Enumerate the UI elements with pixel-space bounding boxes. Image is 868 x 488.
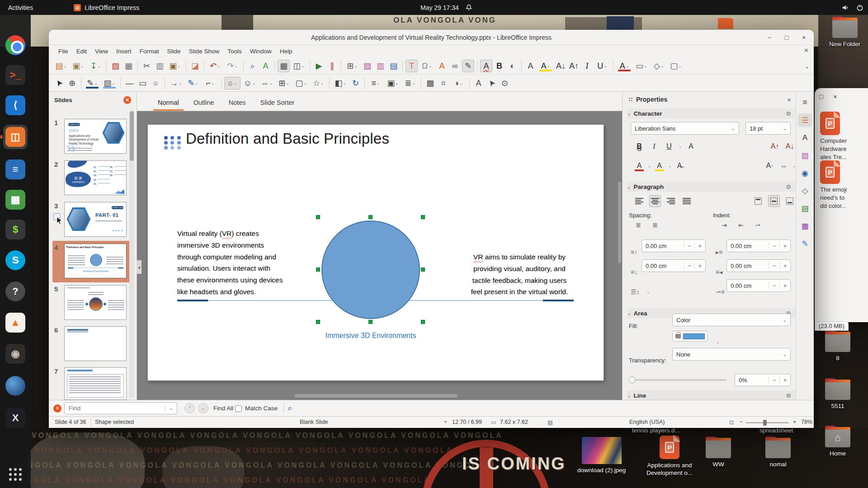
- cut[interactable]: ✂: [141, 60, 153, 72]
- dropdown-arrow-icon[interactable]: ⌄: [660, 64, 664, 68]
- menu-item[interactable]: Edit: [72, 46, 91, 56]
- decrement-button[interactable]: −: [684, 262, 694, 269]
- dropdown-arrow-icon[interactable]: ⌄: [395, 81, 399, 85]
- image-filter[interactable]: ◑ ⌄: [450, 77, 467, 89]
- auto-spellcheck[interactable]: A: [480, 60, 492, 72]
- match-case-checkbox[interactable]: [235, 405, 242, 412]
- dock-skype[interactable]: S: [3, 248, 28, 272]
- slide-thumbnail-4-selected[interactable]: 4 Definition and Basic Principles Immers…: [64, 244, 127, 278]
- selection-handle-bottom-left[interactable]: [316, 320, 320, 324]
- dropdown-arrow-icon[interactable]: ⌄: [234, 64, 238, 68]
- slide-thumbnail-3[interactable]: 3 YOUR LOGO PART- 01 ◀ ◀ ◀ ◀: [64, 202, 127, 237]
- section-settings-icon[interactable]: ⚙: [786, 110, 791, 117]
- fill-color-dropdown-icon[interactable]: ⌄: [716, 340, 720, 344]
- maximize-button[interactable]: □: [781, 32, 792, 43]
- dropdown-arrow-icon[interactable]: ⌄: [303, 81, 307, 85]
- shadow[interactable]: ▩: [424, 77, 436, 89]
- menu-item[interactable]: Window: [246, 46, 276, 56]
- set-spacing-button[interactable]: ⇔: [778, 160, 789, 172]
- find-replace[interactable]: ⌕: [246, 60, 259, 72]
- character-shadow[interactable]: ◐: [506, 60, 519, 72]
- paragraph-spacing-above-icon[interactable]: ≣: [632, 219, 644, 231]
- circle-caption[interactable]: Immersive 3D Environments: [316, 332, 425, 340]
- desktop-icon-ww[interactable]: WW: [706, 439, 731, 469]
- menu-item[interactable]: File: [54, 46, 72, 56]
- dropdown-arrow-icon[interactable]: ⌄: [321, 81, 324, 85]
- align-left-button[interactable]: [633, 195, 645, 207]
- new-presentation[interactable]: ▤ ⌄: [53, 60, 69, 72]
- tab-gallery[interactable]: ▧: [798, 149, 812, 162]
- panel-splitter-arrow[interactable]: ◂: [137, 260, 142, 274]
- sidebar-close-icon[interactable]: ×: [787, 96, 791, 103]
- start-from-first-slide[interactable]: ▶: [313, 60, 325, 72]
- fontwork-text[interactable]: A: [436, 60, 448, 72]
- zoom-slider[interactable]: [746, 422, 789, 423]
- clock-menu[interactable]: May 29 17:34: [420, 4, 472, 11]
- crop-image[interactable]: ⌗: [437, 77, 449, 89]
- find-and-replace-icon[interactable]: ⌕: [288, 404, 292, 413]
- clone-formatting[interactable]: ◪: [189, 60, 201, 72]
- display-grid[interactable]: ▦: [278, 60, 290, 72]
- selection-handle-top-left[interactable]: [316, 215, 320, 219]
- find-close-icon[interactable]: ✕: [53, 404, 61, 413]
- slide-layout-status[interactable]: Blank Slide: [300, 419, 328, 425]
- zoom-slider-handle[interactable]: [763, 420, 767, 426]
- distribution[interactable]: ≣ ⌄: [402, 77, 418, 89]
- fit-slide-icon[interactable]: ⊡: [729, 419, 734, 426]
- symbol-shapes[interactable]: ◇ ⌄: [651, 60, 667, 72]
- field-value[interactable]: 0.00 cm: [727, 243, 769, 249]
- field-value[interactable]: 0.00 cm: [727, 263, 769, 269]
- dock-browser[interactable]: [3, 374, 28, 398]
- slide-title[interactable]: Definition and Basic Principles: [186, 130, 389, 147]
- view-tab[interactable]: Slide Sorter: [253, 95, 302, 111]
- increment-button[interactable]: +: [694, 262, 705, 269]
- field-value[interactable]: 0.00 cm: [642, 243, 684, 249]
- slides-panel-close-icon[interactable]: ✕: [123, 96, 131, 104]
- toolbar-overflow-button[interactable]: ⌄: [805, 63, 809, 70]
- increment-button[interactable]: +: [779, 262, 790, 269]
- print[interactable]: ▦: [123, 60, 135, 72]
- focused-app-indicator[interactable]: ▤ LibreOffice Impress: [74, 4, 139, 11]
- tab-shapes[interactable]: ◇: [798, 184, 812, 197]
- fill-type-dropdown[interactable]: Color ⌄: [672, 314, 791, 326]
- dropdown-arrow-icon[interactable]: ⌄: [217, 64, 221, 68]
- paste[interactable]: ▣ ⌄: [167, 60, 183, 72]
- highlight-dropdown-icon[interactable]: ⌄: [668, 164, 672, 168]
- selection-handle-bottom-center[interactable]: [368, 320, 373, 324]
- slide-thumbnail-5[interactable]: 5: [64, 285, 127, 320]
- insert-media[interactable]: ▥: [374, 60, 387, 72]
- slide-thumbnail-1[interactable]: 1 YOUR LOGO 20XX Applications and Develo…: [64, 119, 127, 154]
- transparency-value-field[interactable]: 0% − +: [735, 374, 791, 386]
- align-justify-button[interactable]: [681, 195, 693, 207]
- dropdown-arrow-icon[interactable]: ⌄: [286, 81, 289, 85]
- line-color[interactable]: ✎ ⌄: [84, 77, 100, 89]
- insert-hyperlink[interactable]: ∞: [449, 60, 461, 72]
- view-tab[interactable]: Outline: [186, 95, 222, 111]
- freeform-line[interactable]: ✎: [462, 60, 474, 72]
- shrink-font[interactable]: A↓: [555, 60, 567, 72]
- dropdown-arrow-icon[interactable]: ⌄: [626, 64, 629, 68]
- insert-table[interactable]: ⊞ ⌄: [344, 60, 360, 72]
- curves-polygons[interactable]: ✎ ⌄: [185, 77, 201, 89]
- arrange[interactable]: ▣ ⌄: [385, 77, 401, 89]
- fill-color[interactable]: ▨ ⌄: [101, 77, 118, 89]
- strikethrough-button[interactable]: S: [633, 143, 645, 155]
- grow-font-button[interactable]: A↑: [769, 141, 781, 152]
- menu-item[interactable]: Insert: [112, 46, 136, 56]
- align-top-button[interactable]: [752, 195, 764, 207]
- tab-master-slides[interactable]: ▤: [798, 202, 812, 215]
- files-item-pptx[interactable]: P Computer Hardware ales Tre...: [820, 112, 847, 162]
- basic-shapes[interactable]: ▭ ⌄: [633, 60, 650, 72]
- sidebar-menu-icon[interactable]: ≡: [798, 96, 812, 109]
- hanging-indent-icon[interactable]: ⇀: [752, 219, 764, 231]
- zoom-level[interactable]: 78%: [801, 419, 812, 425]
- 3d-objects[interactable]: ◧ ⌄: [332, 77, 349, 89]
- dock-xterm[interactable]: X: [3, 406, 28, 430]
- indent-before-field[interactable]: 0.00 cm − +: [726, 239, 791, 252]
- dropdown-arrow-icon[interactable]: ⌄: [211, 81, 215, 85]
- grow-font[interactable]: A↑: [568, 60, 580, 72]
- paragraph-spacing-below-icon[interactable]: ≣: [649, 219, 661, 231]
- canvas-vertical-scrollbar[interactable]: [618, 182, 621, 263]
- tab-effects[interactable]: ✎: [798, 237, 812, 250]
- insert-image[interactable]: ▧: [361, 60, 373, 72]
